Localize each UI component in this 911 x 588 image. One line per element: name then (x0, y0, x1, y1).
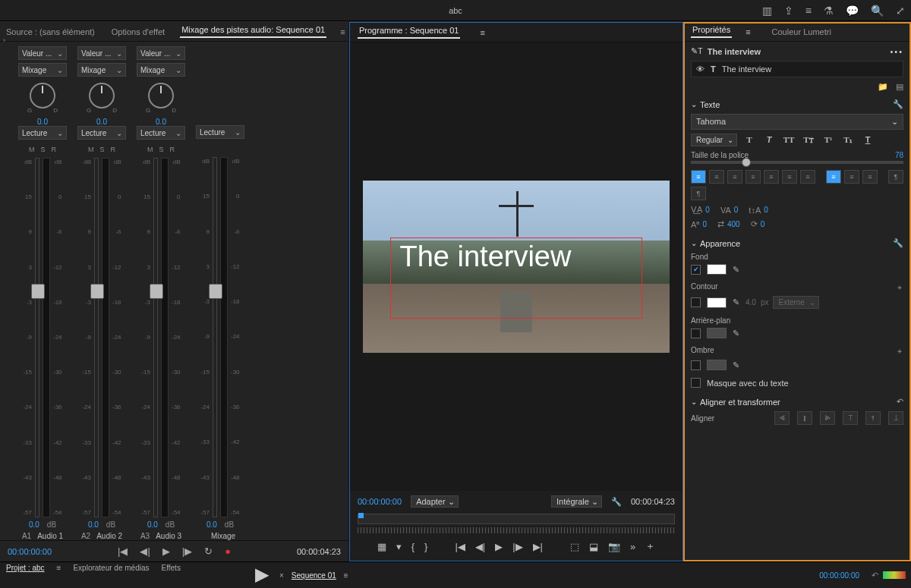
panel-menu-icon[interactable]: ≡ (344, 571, 348, 580)
underline-button[interactable]: T (860, 133, 875, 146)
export-frame-icon[interactable]: 📷 (608, 541, 620, 552)
new-folder-icon[interactable]: 📁 (878, 82, 888, 92)
superscript-button[interactable]: T¹ (821, 133, 836, 146)
shadow-checkbox[interactable] (691, 360, 701, 370)
align-justify-last-center[interactable]: ≡ (782, 170, 797, 184)
video-preview[interactable]: The interview (363, 181, 670, 353)
play-icon[interactable]: ▶ (495, 541, 503, 552)
allcaps-button[interactable]: TT (781, 133, 796, 146)
zoom-fit-dropdown[interactable]: Adapter (411, 495, 459, 508)
wrench-icon[interactable]: 🔧 (893, 238, 903, 248)
baseline-value[interactable]: 0 (702, 220, 707, 228)
panel-menu-icon[interactable]: ≡ (746, 27, 750, 36)
tab-audio-mixer[interactable]: Mixage des pistes audio: Sequence 01 (180, 25, 326, 38)
ltr-button[interactable]: ¶ (888, 170, 903, 184)
fx-dropdown[interactable]: Mixage (137, 63, 185, 77)
rotation-value[interactable]: 0 (761, 220, 765, 228)
eyedropper-icon[interactable]: ✎ (733, 297, 739, 307)
fader[interactable] (153, 158, 158, 517)
record-icon[interactable]: ● (225, 546, 231, 557)
fx-dropdown[interactable]: Mixage (18, 63, 67, 77)
shadow-color-swatch[interactable] (707, 360, 727, 370)
stroke-color-swatch[interactable] (707, 297, 727, 308)
timeline-tc[interactable]: 00:00:00:00 (819, 571, 859, 580)
align-hcenter-icon[interactable]: ⫿ (797, 411, 812, 425)
bars-icon[interactable]: ≡ (805, 5, 812, 17)
pan-knob[interactable] (30, 83, 55, 108)
leading-value[interactable]: 0 (764, 206, 768, 214)
mute-button[interactable]: M (29, 146, 35, 153)
program-tc-in[interactable]: 00:00:00:00 (358, 497, 402, 506)
pan-knob[interactable] (89, 83, 115, 108)
lift-icon[interactable]: ⬚ (570, 541, 579, 552)
param-dropdown[interactable]: Valeur ... (77, 46, 126, 60)
subscript-button[interactable]: T₁ (840, 133, 856, 146)
goto-in-icon[interactable]: |◀ (118, 546, 128, 557)
visibility-icon[interactable]: 👁 (696, 64, 705, 74)
resolution-dropdown[interactable]: Intégrale (551, 495, 602, 508)
align-justify-last-right[interactable]: ≡ (800, 170, 815, 184)
valign-bot-button[interactable]: ≡ (862, 170, 878, 184)
tab-source[interactable]: Source : (sans élément) (5, 27, 96, 36)
panel-menu-icon[interactable]: ≡ (340, 27, 345, 36)
play-icon[interactable]: ▶ (162, 546, 170, 557)
add-button-icon[interactable]: ＋ (645, 539, 655, 553)
tab-media-browser[interactable]: Explorateur de médias (73, 564, 149, 572)
scrub-bar[interactable] (358, 527, 675, 533)
bg-checkbox[interactable] (691, 329, 701, 338)
tab-lumetri[interactable]: Couleur Lumetri (771, 27, 833, 36)
tab-effect-options[interactable]: Options d'effet (110, 27, 166, 36)
section-text-header[interactable]: Texte 🔧 (691, 99, 903, 109)
marker-add-icon[interactable]: ▦ (377, 541, 386, 552)
param-dropdown[interactable]: Valeur ... (137, 46, 185, 60)
align-justify-last-left[interactable]: ≡ (764, 170, 779, 184)
tab-program[interactable]: Programme : Sequence 01 (358, 26, 460, 39)
play-dropdown[interactable]: Lecture (77, 126, 126, 140)
fader[interactable] (35, 158, 39, 517)
goto-in-icon[interactable]: |◀ (455, 541, 465, 552)
program-timeline[interactable] (358, 514, 675, 524)
tsume-value[interactable]: 400 (727, 220, 740, 228)
step-fwd-icon[interactable]: |▶ (182, 546, 192, 557)
rtl-button[interactable]: ¶ (691, 187, 706, 200)
step-back-icon[interactable]: ◀| (475, 541, 485, 552)
fader[interactable] (94, 158, 99, 517)
align-right-button[interactable]: ≡ (727, 170, 742, 184)
loop-icon[interactable]: ↻ (204, 546, 213, 557)
mask-text-checkbox[interactable] (691, 378, 701, 388)
bold-button[interactable]: T (742, 133, 757, 146)
text-layer-row[interactable]: 👁 T The interview (691, 61, 903, 77)
tracking-value[interactable]: 0 (705, 206, 710, 214)
tab-effects[interactable]: Effets (162, 564, 181, 572)
extract-icon[interactable]: ⬓ (589, 541, 598, 552)
bg-color-swatch[interactable] (707, 328, 727, 338)
stroke-checkbox[interactable] (691, 297, 701, 307)
close-seq-icon[interactable]: × (279, 571, 284, 580)
align-right-icon[interactable]: ⫸ (820, 411, 835, 425)
valign-top-button[interactable]: ≡ (826, 170, 841, 184)
pan-knob[interactable] (148, 83, 174, 108)
font-style-dropdown[interactable]: Regular (691, 134, 737, 146)
out-icon[interactable]: } (424, 541, 427, 552)
in-icon[interactable]: { (411, 541, 415, 552)
chat-icon[interactable]: 💬 (846, 5, 859, 17)
smallcaps-button[interactable]: Tᴛ (801, 133, 816, 146)
solo-button[interactable]: S (40, 146, 45, 153)
italic-button[interactable]: T (761, 133, 777, 146)
add-shadow-icon[interactable]: ＋ (896, 346, 903, 357)
valign-mid-button[interactable]: ≡ (844, 170, 859, 184)
align-vcenter-icon[interactable]: ⫯ (865, 411, 881, 425)
more-icon[interactable]: » (630, 541, 635, 552)
play-dropdown[interactable]: Lecture (18, 126, 67, 140)
flask-icon[interactable]: ⚗ (824, 5, 834, 17)
eyedropper-icon[interactable]: ✎ (733, 360, 739, 370)
share-icon[interactable]: ⇪ (784, 5, 793, 17)
search-icon[interactable]: 🔍 (871, 5, 884, 17)
eyedropper-icon[interactable]: ✎ (733, 329, 739, 338)
fullscreen-icon[interactable]: ⤢ (896, 5, 905, 17)
undo-icon[interactable]: ↶ (872, 571, 878, 580)
stroke-position-dropdown[interactable]: Externe (773, 296, 818, 309)
kerning-value[interactable]: 0 (734, 206, 739, 214)
step-back-icon[interactable]: ◀| (140, 546, 150, 557)
fill-checkbox[interactable]: ✔ (691, 265, 701, 275)
